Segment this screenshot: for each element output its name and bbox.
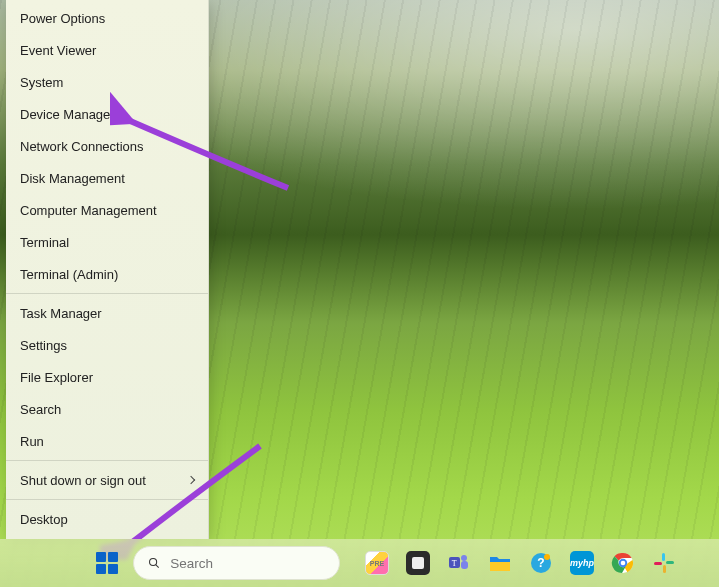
edge-assist-icon[interactable]: ? — [526, 548, 556, 578]
winx-item-label: Task Manager — [20, 306, 102, 321]
winx-item-computer-management[interactable]: Computer Management — [6, 194, 208, 226]
menu-separator — [6, 460, 208, 461]
winx-item-file-explorer[interactable]: File Explorer — [6, 361, 208, 393]
menu-separator — [6, 499, 208, 500]
svg-rect-5 — [461, 561, 468, 569]
winx-item-task-manager[interactable]: Task Manager — [6, 297, 208, 329]
file-explorer-icon[interactable] — [485, 548, 515, 578]
winx-context-menu: Power OptionsEvent ViewerSystemDevice Ma… — [6, 0, 209, 539]
winx-item-search[interactable]: Search — [6, 393, 208, 425]
winx-item-label: Device Manager — [20, 107, 115, 122]
winx-item-power-options[interactable]: Power Options — [6, 2, 208, 34]
svg-rect-16 — [654, 562, 662, 565]
winx-item-event-viewer[interactable]: Event Viewer — [6, 34, 208, 66]
windows-logo-icon — [96, 552, 118, 574]
search-icon — [148, 556, 160, 570]
winx-item-network-connections[interactable]: Network Connections — [6, 130, 208, 162]
svg-rect-14 — [666, 561, 674, 564]
start-button[interactable] — [89, 545, 125, 581]
winx-item-label: Disk Management — [20, 171, 125, 186]
winx-item-settings[interactable]: Settings — [6, 329, 208, 361]
winx-item-label: Run — [20, 434, 44, 449]
svg-point-0 — [150, 558, 157, 565]
winx-item-label: Terminal — [20, 235, 69, 250]
winx-item-terminal-admin[interactable]: Terminal (Admin) — [6, 258, 208, 290]
app-dark-icon[interactable] — [403, 548, 433, 578]
taskbar-pinned-apps: PRET?myhp — [362, 548, 679, 578]
svg-point-4 — [461, 555, 467, 561]
svg-line-1 — [156, 565, 159, 568]
myhp-icon[interactable]: myhp — [567, 548, 597, 578]
winx-item-label: Shut down or sign out — [20, 473, 146, 488]
winx-item-label: Event Viewer — [20, 43, 96, 58]
winx-item-label: Search — [20, 402, 61, 417]
winx-item-label: System — [20, 75, 63, 90]
taskbar-search[interactable] — [133, 546, 340, 580]
chevron-right-icon — [187, 476, 195, 484]
winx-item-disk-management[interactable]: Disk Management — [6, 162, 208, 194]
svg-point-9 — [544, 554, 550, 560]
winx-item-system[interactable]: System — [6, 66, 208, 98]
svg-rect-13 — [662, 553, 665, 561]
winx-item-label: File Explorer — [20, 370, 93, 385]
menu-separator — [6, 293, 208, 294]
winx-item-label: Desktop — [20, 512, 68, 527]
svg-text:T: T — [452, 559, 457, 568]
svg-rect-6 — [490, 562, 510, 571]
taskbar: PRET?myhp — [0, 539, 719, 587]
winx-item-run[interactable]: Run — [6, 425, 208, 457]
teams-icon[interactable]: T — [444, 548, 474, 578]
winx-item-label: Settings — [20, 338, 67, 353]
chrome-icon[interactable] — [608, 548, 638, 578]
winx-item-label: Computer Management — [20, 203, 157, 218]
winx-item-label: Terminal (Admin) — [20, 267, 118, 282]
slack-icon[interactable] — [649, 548, 679, 578]
svg-rect-15 — [663, 565, 666, 573]
winx-item-device-manager[interactable]: Device Manager — [6, 98, 208, 130]
winx-item-label: Network Connections — [20, 139, 144, 154]
winx-item-label: Power Options — [20, 11, 105, 26]
winx-item-desktop[interactable]: Desktop — [6, 503, 208, 535]
svg-text:?: ? — [537, 556, 544, 570]
search-input[interactable] — [170, 556, 325, 571]
svg-point-12 — [621, 561, 626, 566]
winx-item-terminal[interactable]: Terminal — [6, 226, 208, 258]
winx-item-shut-down-or-sign-out[interactable]: Shut down or sign out — [6, 464, 208, 496]
microsoft-store-icon[interactable]: PRE — [362, 548, 392, 578]
taskbar-icon-label: myhp — [570, 558, 594, 568]
